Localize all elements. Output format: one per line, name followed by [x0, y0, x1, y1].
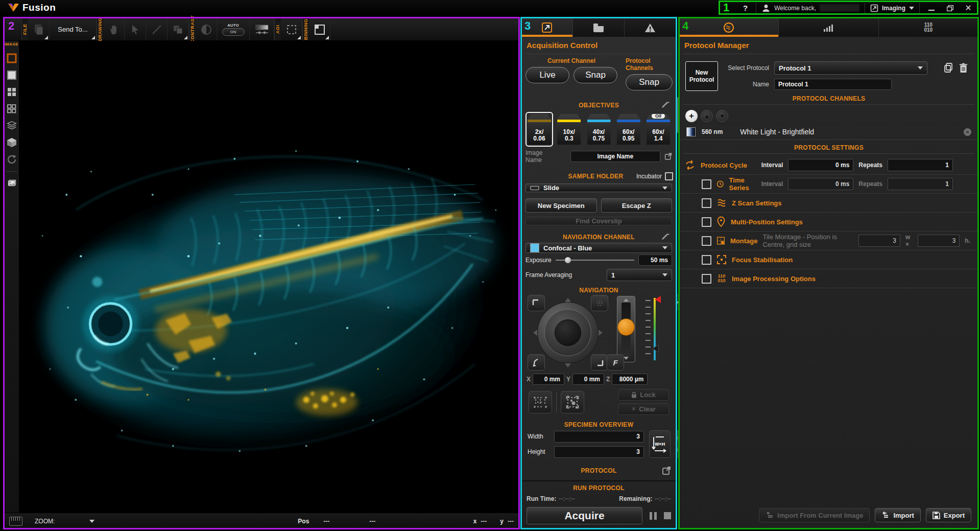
- export-button[interactable]: Export: [926, 508, 971, 522]
- scalebar-icon[interactable]: [9, 517, 22, 526]
- protocol-name-input[interactable]: [774, 79, 892, 90]
- gallery-button[interactable]: [7, 178, 17, 189]
- levels-button[interactable]: [250, 18, 274, 40]
- open-protocol-icon[interactable]: [662, 466, 671, 475]
- objective-2x[interactable]: 2x/0.06: [525, 112, 553, 147]
- z-limit-flag[interactable]: [655, 296, 661, 303]
- objective-10x[interactable]: 10x/0.3: [555, 112, 583, 147]
- xy-joystick[interactable]: [528, 295, 608, 371]
- z-position-input[interactable]: [612, 374, 648, 385]
- move-to-corner-2-button[interactable]: [591, 354, 608, 371]
- import-from-current-image-button[interactable]: Import From Current Image: [759, 508, 870, 522]
- clear-button[interactable]: ✕ Clear: [618, 403, 669, 415]
- live-button[interactable]: Live: [525, 67, 569, 83]
- select-tool-button[interactable]: [125, 18, 146, 40]
- y-position-input[interactable]: [572, 374, 604, 385]
- stage-limits-button[interactable]: [529, 391, 552, 413]
- find-coverslip-button[interactable]: Find Coverslip: [525, 217, 672, 225]
- montage-width-input[interactable]: [858, 235, 900, 247]
- overview-height-input[interactable]: [554, 446, 644, 458]
- acquire-button[interactable]: Acquire: [527, 507, 642, 524]
- minimize-button[interactable]: [925, 3, 938, 14]
- move-channel-up-button[interactable]: ▲: [701, 110, 713, 122]
- snap-button[interactable]: Snap: [573, 67, 617, 83]
- specimen-image[interactable]: [19, 41, 519, 513]
- z-scan-checkbox[interactable]: [702, 198, 711, 208]
- image-processing-checkbox[interactable]: [702, 274, 711, 284]
- copy-to-clipboard-button[interactable]: [28, 18, 50, 40]
- ts-repeats-input[interactable]: [888, 178, 953, 190]
- line-tool-button[interactable]: [146, 18, 168, 40]
- tab-statistics[interactable]: [779, 18, 878, 37]
- shapes-tool-button[interactable]: [168, 18, 189, 40]
- zoom-dropdown[interactable]: [89, 520, 94, 523]
- z-stack-view-button[interactable]: [7, 121, 17, 131]
- auto-contrast-toggle[interactable]: AUTO ON: [217, 18, 250, 40]
- import-button[interactable]: Import: [875, 508, 920, 522]
- new-protocol-button[interactable]: New Protocol: [685, 61, 718, 91]
- multi-grid-view-button[interactable]: [7, 104, 17, 114]
- rotate-view-button[interactable]: [7, 154, 17, 165]
- exposure-value[interactable]: [638, 255, 672, 266]
- mode-dropdown[interactable]: Imaging: [870, 4, 914, 12]
- focus-stabilisation-checkbox[interactable]: [702, 255, 711, 265]
- tab-warnings[interactable]: [625, 18, 676, 37]
- volume-3d-view-button[interactable]: [7, 137, 17, 148]
- time-series-checkbox[interactable]: [702, 179, 711, 189]
- move-to-corner-button[interactable]: [528, 295, 545, 311]
- help-button[interactable]: ?: [740, 4, 751, 12]
- z-up-arrow[interactable]: [624, 298, 629, 302]
- define-region-button[interactable]: [561, 391, 584, 413]
- frame-averaging-dropdown[interactable]: 1: [607, 269, 672, 281]
- navigation-channel-dropdown[interactable]: Confocal - Blue: [525, 243, 672, 253]
- grid-view-button[interactable]: [7, 87, 17, 97]
- overview-width-input[interactable]: [554, 431, 644, 443]
- tab-protocol-manager[interactable]: [679, 18, 779, 37]
- scrollbar[interactable]: [676, 97, 679, 133]
- pause-button[interactable]: [650, 512, 657, 520]
- remove-channel-icon[interactable]: ✕: [964, 128, 971, 136]
- sample-holder-dropdown[interactable]: Slide: [525, 183, 672, 192]
- z-down-arrow[interactable]: [624, 357, 629, 360]
- binning-button[interactable]: [309, 18, 330, 40]
- edit-objectives-icon[interactable]: [661, 102, 671, 109]
- delete-protocol-icon[interactable]: [959, 63, 968, 74]
- fine-focus-button[interactable]: F: [607, 354, 624, 371]
- single-view-button[interactable]: [7, 53, 17, 63]
- user-account[interactable]: Welcome back,: [761, 4, 859, 13]
- move-channel-down-button[interactable]: ▼: [716, 110, 728, 122]
- z-position-marker[interactable]: [653, 345, 658, 352]
- send-to-button[interactable]: Send To...: [50, 18, 97, 40]
- image-name-input[interactable]: [570, 151, 660, 162]
- lock-button[interactable]: Lock: [618, 389, 669, 401]
- protocol-channel-row[interactable]: 560 nm White Light - Brightfield ✕: [679, 124, 978, 140]
- protocol-snap-button[interactable]: Snap: [626, 74, 673, 90]
- cycle-interval-input[interactable]: [788, 159, 853, 171]
- open-external-icon[interactable]: [664, 152, 672, 161]
- new-specimen-button[interactable]: New Specimen: [525, 198, 597, 213]
- objective-60x-oil[interactable]: Oil 60x/1.4: [644, 112, 672, 147]
- montage-checkbox[interactable]: [702, 236, 711, 246]
- aoi-select-button[interactable]: [281, 18, 302, 40]
- pan-tool-button[interactable]: [103, 18, 125, 40]
- acquire-overview-button[interactable]: W×H: [649, 430, 671, 458]
- tab-image-processing[interactable]: 110010: [879, 18, 978, 37]
- ts-interval-input[interactable]: [788, 178, 853, 190]
- montage-height-input[interactable]: [918, 235, 960, 247]
- incubator-checkbox[interactable]: [665, 172, 673, 180]
- stop-button[interactable]: [664, 512, 671, 519]
- objective-60x-095[interactable]: 60x/0.95: [615, 112, 642, 147]
- tab-acquisition[interactable]: [521, 18, 573, 37]
- tab-files[interactable]: [573, 18, 625, 37]
- cycle-repeats-input[interactable]: [888, 159, 953, 171]
- close-button[interactable]: ✕: [962, 3, 975, 14]
- edit-channel-icon[interactable]: [661, 234, 671, 241]
- slider-thumb[interactable]: [565, 257, 571, 263]
- select-protocol-dropdown[interactable]: Protocol 1: [774, 61, 927, 75]
- joystick-speed-button[interactable]: [528, 354, 545, 371]
- escape-z-button[interactable]: Escape Z: [601, 198, 673, 213]
- duplicate-protocol-icon[interactable]: [944, 62, 954, 74]
- z-slider-knob[interactable]: [617, 318, 635, 336]
- add-channel-button[interactable]: +: [685, 110, 698, 122]
- joystick-knob[interactable]: [555, 319, 581, 346]
